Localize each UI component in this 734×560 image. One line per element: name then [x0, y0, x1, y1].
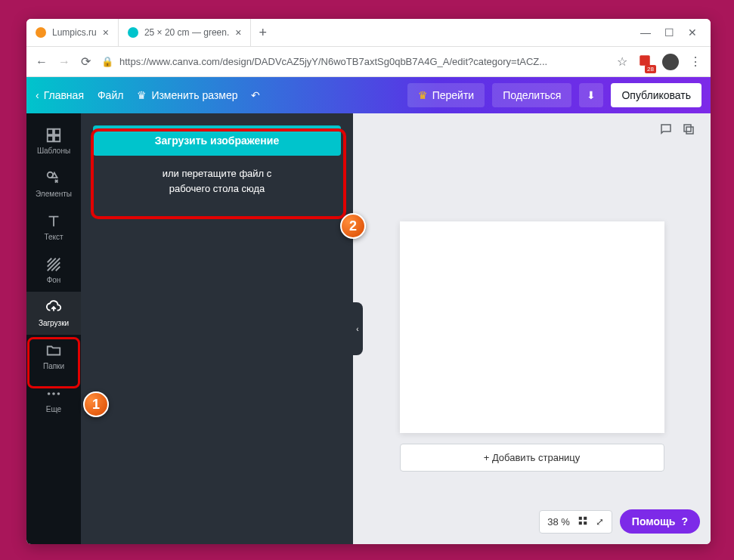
grid-icon[interactable]: [578, 515, 588, 528]
sidebar-item-label: Загрузки: [39, 319, 69, 327]
download-button[interactable]: ⬇: [579, 83, 603, 107]
hint-line1: или перетащите файл с: [93, 166, 341, 181]
side-panel: Загрузить изображение или перетащите фай…: [81, 113, 353, 544]
toolbar-left: ‹ Главная Файл ♛ Изменить размер ↶: [36, 89, 260, 101]
upgrade-label: Перейти: [432, 89, 474, 101]
new-tab-button[interactable]: +: [251, 19, 274, 46]
titlebar: Lumpics.ru × 25 × 20 cm — green. × + — ☐…: [26, 19, 711, 47]
share-button[interactable]: Поделиться: [492, 83, 571, 107]
sidebar-item-label: Фон: [47, 276, 61, 284]
collapse-panel-button[interactable]: ‹: [352, 302, 363, 355]
window-controls: — ☐ ✕: [627, 26, 711, 39]
upload-icon: [45, 299, 62, 316]
templates-icon: [45, 127, 62, 144]
minimize-icon[interactable]: —: [640, 26, 651, 39]
more-icon: [45, 385, 62, 402]
upload-button-label: Загрузить изображение: [155, 135, 279, 147]
sidebar-item-label: Текст: [44, 233, 63, 241]
tab-title: Lumpics.ru: [52, 27, 97, 38]
chevron-left-icon: ‹: [356, 325, 358, 333]
sidebar-item-label: Элементы: [36, 190, 72, 198]
close-icon[interactable]: ×: [103, 26, 109, 39]
lock-icon: 🔒: [101, 56, 113, 67]
resize-button[interactable]: ♛ Изменить размер: [137, 89, 237, 101]
tab-strip: Lumpics.ru × 25 × 20 cm — green. × +: [26, 19, 627, 46]
help-button[interactable]: Помощь ?: [620, 509, 700, 534]
tab-lumpics[interactable]: Lumpics.ru ×: [26, 19, 119, 46]
resize-label: Изменить размер: [151, 89, 237, 101]
share-label: Поделиться: [503, 89, 561, 101]
undo-icon: ↶: [251, 89, 260, 101]
favicon-icon: [36, 27, 46, 38]
undo-button[interactable]: ↶: [251, 89, 260, 101]
sidebar-item-label: Шаблоны: [37, 147, 70, 155]
sidebar: Шаблоны Элементы Текст Фон Загрузки Папк…: [26, 113, 81, 544]
sidebar-item-background[interactable]: Фон: [26, 249, 81, 292]
copy-icon[interactable]: [682, 122, 695, 139]
favicon-icon: [128, 27, 138, 38]
close-window-icon[interactable]: ✕: [688, 26, 697, 39]
sidebar-item-folders[interactable]: Папки: [26, 335, 81, 378]
svg-rect-6: [579, 516, 582, 519]
back-icon[interactable]: ←: [36, 55, 48, 69]
svg-rect-4: [686, 127, 693, 134]
zoom-control[interactable]: 38 % ⤢: [539, 510, 612, 534]
forward-icon: →: [58, 55, 70, 69]
canvas-content: + Добавить страницу: [400, 221, 664, 472]
crown-icon: ♛: [418, 89, 428, 101]
menu-icon[interactable]: ⋮: [689, 54, 701, 69]
sidebar-item-elements[interactable]: Элементы: [26, 162, 81, 206]
sidebar-item-uploads[interactable]: Загрузки: [26, 292, 81, 335]
hint-line2: рабочего стола сюда: [93, 181, 341, 196]
comment-icon[interactable]: [659, 122, 673, 139]
add-page-button[interactable]: + Добавить страницу: [400, 444, 664, 472]
maximize-icon[interactable]: ☐: [664, 26, 674, 39]
sidebar-item-templates[interactable]: Шаблоны: [26, 119, 81, 162]
svg-rect-8: [579, 521, 582, 524]
upload-hint: или перетащите файл с рабочего стола сюд…: [93, 166, 341, 196]
svg-point-1: [48, 392, 51, 395]
background-icon: [45, 256, 62, 273]
toolbar-right: ♛ Перейти Поделиться ⬇ Опубликовать: [407, 83, 701, 107]
sidebar-item-more[interactable]: Еще: [26, 378, 81, 421]
sidebar-item-label: Папки: [43, 362, 64, 370]
canvas-page[interactable]: [400, 221, 664, 433]
home-label: Главная: [44, 89, 84, 101]
sidebar-item-text[interactable]: Текст: [26, 206, 81, 249]
close-icon[interactable]: ×: [235, 26, 241, 39]
canvas-area: ‹ + Добавить страницу 38 % ⤢: [353, 113, 711, 544]
svg-point-3: [57, 392, 60, 395]
addr-extensions: ☆ 28 ⋮: [617, 54, 701, 70]
text-icon: [45, 213, 62, 230]
file-label: Файл: [98, 89, 123, 101]
star-icon[interactable]: ☆: [617, 54, 627, 69]
browser-window: Lumpics.ru × 25 × 20 cm — green. × + — ☐…: [26, 19, 711, 544]
help-label: Помощь: [632, 515, 676, 528]
folder-icon: [45, 342, 62, 359]
fullscreen-icon[interactable]: ⤢: [596, 516, 604, 528]
url-field[interactable]: 🔒 https://www.canva.com/design/DADVcAZ5j…: [101, 56, 606, 67]
svg-rect-5: [684, 125, 691, 131]
reload-icon[interactable]: ⟳: [81, 54, 91, 69]
url-text: https://www.canva.com/design/DADVcAZ5jyY…: [119, 56, 547, 67]
home-button[interactable]: ‹ Главная: [36, 89, 84, 101]
zoom-value: 38 %: [547, 516, 570, 528]
extension-icon[interactable]: 28: [638, 54, 652, 70]
address-bar: ← → ⟳ 🔒 https://www.canva.com/design/DAD…: [26, 47, 711, 77]
upload-image-button[interactable]: Загрузить изображение: [93, 125, 341, 156]
canvas-footer: 38 % ⤢ Помощь ?: [539, 509, 700, 534]
avatar[interactable]: [662, 54, 679, 70]
tab-canva[interactable]: 25 × 20 cm — green. ×: [119, 19, 252, 46]
crown-icon: ♛: [137, 89, 147, 101]
download-icon: ⬇: [587, 89, 596, 101]
app-toolbar: ‹ Главная Файл ♛ Изменить размер ↶ ♛ Пер…: [26, 77, 711, 113]
upgrade-button[interactable]: ♛ Перейти: [407, 83, 485, 107]
canvas-toolbar: [353, 113, 711, 148]
canvas-viewport[interactable]: + Добавить страницу: [353, 148, 711, 544]
question-icon: ?: [681, 515, 688, 528]
extension-badge: 28: [645, 65, 656, 73]
publish-button[interactable]: Опубликовать: [611, 83, 701, 107]
file-button[interactable]: Файл: [98, 89, 123, 101]
svg-rect-7: [584, 516, 587, 519]
chevron-left-icon: ‹: [36, 89, 39, 101]
